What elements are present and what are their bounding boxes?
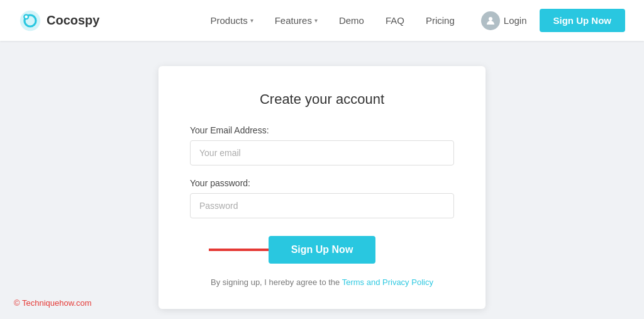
- watermark: © Techniquehow.com: [14, 298, 92, 308]
- nav-products[interactable]: Products ▾: [203, 11, 261, 30]
- user-icon: [481, 11, 500, 30]
- nav-pricing[interactable]: Pricing: [418, 11, 462, 30]
- nav-links: Products ▾ Features ▾ Demo FAQ Pricing: [203, 11, 462, 30]
- brand-logo-icon: [19, 9, 42, 32]
- email-label: Your Email Address:: [190, 125, 454, 135]
- signup-now-nav-button[interactable]: Sign Up Now: [540, 9, 626, 32]
- brand-name: Cocospy: [47, 13, 99, 28]
- nav-actions: Login Sign Up Now: [475, 8, 625, 34]
- password-form-group: Your password:: [190, 178, 454, 218]
- terms-link[interactable]: Terms and Privacy Policy: [342, 277, 433, 287]
- card-title: Create your account: [190, 91, 454, 108]
- chevron-down-icon: ▾: [314, 17, 318, 24]
- nav-features[interactable]: Features ▾: [267, 11, 325, 30]
- chevron-down-icon: ▾: [250, 17, 253, 24]
- arrow-shaft: [209, 249, 278, 251]
- svg-point-0: [20, 10, 40, 30]
- brand-logo-link[interactable]: Cocospy: [19, 9, 99, 32]
- password-label: Your password:: [190, 178, 454, 188]
- main-content: Create your account Your Email Address: …: [0, 41, 644, 319]
- terms-text: By signing up, I hereby agree to the Ter…: [190, 277, 454, 287]
- password-input[interactable]: [190, 193, 454, 218]
- login-button[interactable]: Login: [475, 8, 533, 34]
- email-form-group: Your Email Address:: [190, 125, 454, 165]
- signup-button-row: Sign Up Now: [190, 236, 454, 264]
- nav-faq[interactable]: FAQ: [378, 11, 412, 30]
- svg-point-3: [25, 15, 28, 18]
- navbar: Cocospy Products ▾ Features ▾ Demo FAQ P…: [0, 0, 644, 41]
- nav-demo[interactable]: Demo: [331, 11, 372, 30]
- signup-card: Create your account Your Email Address: …: [158, 66, 486, 309]
- signup-now-main-button[interactable]: Sign Up Now: [269, 236, 376, 264]
- email-input[interactable]: [190, 140, 454, 165]
- svg-point-4: [489, 17, 492, 21]
